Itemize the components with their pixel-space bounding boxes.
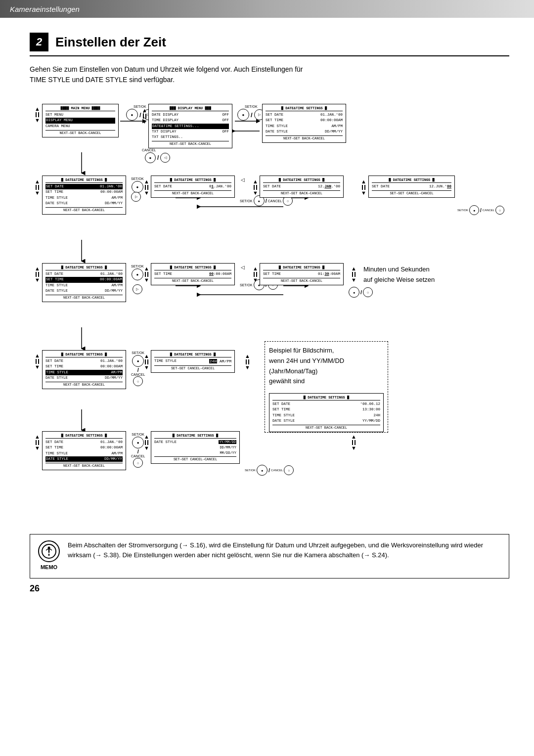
memo-text-block: Beim Abschalten der Stromversorgung (→ S… [68,540,501,560]
memo-text: Beim Abschalten der Stromversorgung (→ S… [68,540,501,560]
screen-setdate-3: █ DATE&TIME SETTINGS █ SET DATE12.JAN.'0… [260,176,344,198]
cancel-label-r1: CANCEL [142,148,156,152]
nav-timestyle-2: ▲ ▼ [144,354,149,370]
nav-display-menu: ▲ ▼ [142,108,147,125]
setok-row5[interactable]: SET/OK ● / CANCEL ○ [131,433,145,468]
memo-label: MEMO [41,564,57,570]
intro-text: Gehen Sie zum Einstellen von Datum und U… [30,64,509,85]
nav-row5-right: ▲ ▼ [351,434,356,451]
screen-example: █ DATE&TIME SETTINGS █ SET DATE'00.06.12… [269,393,384,432]
nav-datestyle-1: ▲ ▼ [35,434,40,451]
nav-main-menu: ▲ ▼ [35,106,40,123]
example-box: Beispiel für Bildschirm, wenn 24H und YY… [265,341,388,433]
nav-row3-right: ▲ ▼ [351,266,356,283]
nav-setdate-2: ▲ ▼ [144,179,149,196]
screen-settime-2: █ DATE&TIME SETTINGS █ SET TIME00:00:00A… [151,263,235,285]
setok-row5b[interactable]: SET/OK ● / CANCEL ○ [245,465,294,476]
diagram: ████ MAIN MENU ████ SET MENU DISPLAY MEN… [32,94,507,524]
example-line4: gewählt sind [269,376,384,387]
nav-settime-2: ▲ ▼ [144,266,149,283]
header-title: Kameraeinstellungen [10,5,80,13]
nav-setdate-1: ▲ ▼ [35,179,40,196]
nav-row4-right: ▲ ▼ [245,354,250,370]
screen-display-menu: ███ DISPLAY MENU ███ DATE DISPLAYOFF TIM… [148,104,232,148]
nav-timestyle-1: ▲ ▼ [35,353,40,370]
setok-row4[interactable]: SET/OK ● / CANCEL ○ [131,351,145,386]
setok-row3[interactable]: SET/OK ● ▷ [131,265,144,294]
page-number: 26 [30,583,509,594]
screen-datestyle-1: █ DATE&TIME SETTINGS █ SET DATE01.JAN.'0… [42,431,126,470]
memo-icon [38,540,60,562]
header: Kameraeinstellungen [0,0,534,18]
cancel-row2-label: ▷ [131,192,141,202]
screen-datestyle-2: █ DATE&TIME SETTINGS █ DATE STYLE YY/MM/… [151,431,240,464]
nav-setdate-3: ▲ ▼ [253,179,258,196]
screen-datetime-main: █ DATE&TIME SETTINGS █ SET DATE01.JAN.'0… [262,104,346,143]
minutes-text: Minuten und Sekunden auf gleiche Weise s… [363,265,435,285]
nav-setdate-4: ▲ ▼ [361,179,366,196]
example-line2: wenn 24H und YY/MM/DD [269,356,384,366]
screen-timestyle-1: █ DATE&TIME SETTINGS █ SET DATE01.JAN.'0… [42,350,126,389]
screen-setdate-1: █ DATE&TIME SETTINGS █ SET DATE01.JAN.'0… [42,176,126,215]
nav-datestyle-2: ▲ ▼ [144,434,149,451]
nav-settime-2b: ◁ [241,265,245,270]
section-title-row: 2 Einstellen der Zeit [30,33,509,56]
setok-btn-r1b[interactable]: SET/OK ● / ▷ [237,105,265,121]
nav-settime-1: ▲ ▼ [35,266,40,283]
setok-row2[interactable]: SET/OK ● [131,177,144,193]
screen-setdate-2: █ DATE&TIME SETTINGS █ SET DATE01.JAN.'0… [151,176,235,198]
example-title: Beispiel für Bildschirm, [269,346,384,356]
section-title: Einstellen der Zeit [55,35,166,50]
section-number: 2 [30,33,48,51]
screen-settime-1: █ DATE&TIME SETTINGS █ SET DATE01.JAN.'0… [42,263,126,302]
memo-box: MEMO Beim Abschalten der Stromversorgung… [30,534,509,578]
nav-setdate-2b: ◁ [241,177,245,182]
nav-settime-3: ▲ ▼ [253,266,258,283]
example-line3: (Jahr/Monat/Tag) [269,366,384,377]
screen-main-menu: ████ MAIN MENU ████ SET MENU DISPLAY MEN… [42,104,119,137]
screen-timestyle-2: █ DATE&TIME SETTINGS █ TIME STYLE 24H AM… [151,350,235,373]
setok-row3c[interactable]: ● / ○ [349,287,373,298]
cancel-btn-r1[interactable]: ● / ◁ [145,152,170,163]
screen-settime-3: █ DATE&TIME SETTINGS █ SET TIME01:30:00A… [260,263,344,285]
setok-row2c[interactable]: SET/OK ● / CANCEL ○ [457,205,504,215]
screen-setdate-4: █ DATE&TIME SETTINGS █ SET DATE12.JUN.'0… [368,176,455,198]
